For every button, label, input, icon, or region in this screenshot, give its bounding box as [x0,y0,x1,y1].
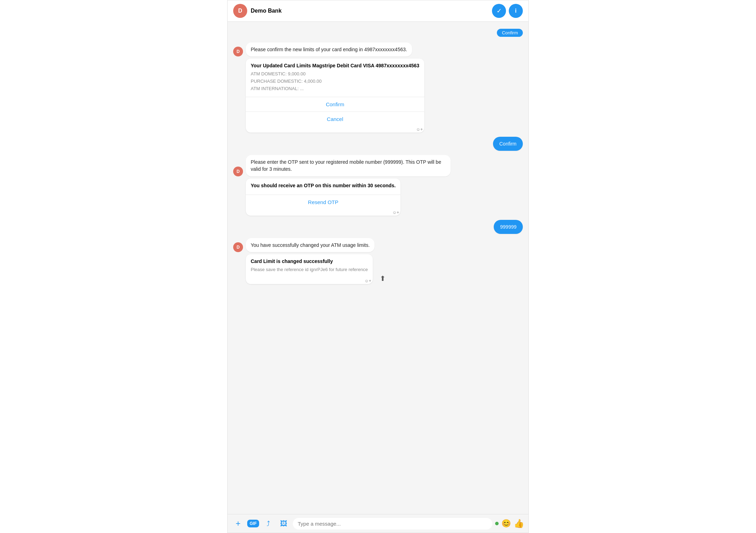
card-body-3: Card Limit is changed successfully Pleas… [246,254,373,278]
card-bubble-1: Your Updated Card Limits Magstripe Debit… [246,59,424,132]
card-detail-line-2: PURCHASE DOMESTIC: 4,000.00 [251,78,419,85]
bot-avatar-2: D [233,167,243,176]
emoji-icon: 😊 [501,519,511,528]
card-detail-1: ATM DOMESTIC: 9,000.00 PURCHASE DOMESTIC… [251,70,419,92]
header-check-button[interactable]: ✓ [492,4,506,18]
chat-area: Confirm D Please confirm the new limits … [228,22,528,514]
bot-bubble-3: You have successfully changed your ATM u… [246,238,374,252]
card-body-2: You should receive an OTP on this number… [246,178,400,195]
emoji-button[interactable]: 😊 [501,519,511,528]
plus-icon: + [236,519,241,528]
bot-message-group-2: D Please enter the OTP sent to your regi… [233,155,523,216]
forward-icon: ⤴ [266,520,270,528]
emoji-reaction-1: ☺+ [246,126,424,133]
card-title-1: Your Updated Card Limits Magstripe Debit… [251,63,419,68]
card-bubble-2: You should receive an OTP on this number… [246,178,400,216]
header: D Demo Bank ✓ i [228,0,528,22]
top-confirm-button[interactable]: Confirm [497,29,523,37]
header-avatar: D [233,4,247,18]
image-button[interactable]: 🖼 [277,517,290,530]
confirm-action-button[interactable]: Confirm [246,97,424,112]
cancel-action-button[interactable]: Cancel [246,112,424,126]
card-detail-line-1: ATM DOMESTIC: 9,000.00 [251,70,419,78]
user-message-row-2: 999999 [494,220,523,234]
bot-avatar-1: D [233,47,243,56]
card-body-1: Your Updated Card Limits Magstripe Debit… [246,59,424,96]
user-bubble-1: Confirm [493,137,523,151]
online-indicator [495,522,499,525]
header-title: Demo Bank [251,8,492,14]
thumbs-up-button[interactable]: 👍 [514,519,524,528]
plus-button[interactable]: + [232,517,244,530]
bot-avatar-3: D [233,242,243,252]
card-title-2: You should receive an OTP on this number… [251,183,396,188]
message-input[interactable] [293,518,492,529]
bot-card-row-2: You should receive an OTP on this number… [246,178,400,216]
user-message-row-1: Confirm [493,137,523,151]
resend-otp-button[interactable]: Resend OTP [246,195,400,209]
bot-message-group-3: D You have successfully changed your ATM… [233,238,523,284]
bot-card-row-1: Your Updated Card Limits Magstripe Debit… [246,59,424,132]
user-message-group-1: Confirm [233,137,523,151]
header-icons: ✓ i [492,4,523,18]
user-message-group-2: 999999 [233,220,523,234]
card-detail-3: Please save the reference id ignrPJe6 fo… [251,266,368,274]
bot-bubble-1: Please confirm the new limits of your ca… [246,42,412,56]
emoji-reaction-3: ☺+ [246,278,373,284]
top-confirm-area: Confirm [233,27,523,38]
info-icon: i [515,8,517,14]
card-title-3: Card Limit is changed successfully [251,258,368,264]
thumbs-up-icon: 👍 [514,519,524,528]
share-icon: ⬆ [380,275,386,282]
card-bubble-3: Card Limit is changed successfully Pleas… [246,254,373,284]
bot-card-row-3: Card Limit is changed successfully Pleas… [246,254,387,284]
bot-message-row-2: D Please enter the OTP sent to your regi… [233,155,451,176]
card-detail-line-3: ATM INTERNATIONAL: ... [251,85,419,93]
bot-message-group-1: D Please confirm the new limits of your … [233,42,523,133]
bot-message-row-1: D Please confirm the new limits of your … [233,42,412,56]
input-bar: + GIF ⤴ 🖼 😊 👍 [228,514,528,533]
share-button[interactable]: ⬆ [378,273,387,284]
forward-button[interactable]: ⤴ [262,517,275,530]
bot-bubble-2: Please enter the OTP sent to your regist… [246,155,451,176]
header-info-button[interactable]: i [509,4,523,18]
gif-button[interactable]: GIF [247,520,259,527]
emoji-reaction-2: ☺+ [246,209,400,216]
user-bubble-2: 999999 [494,220,523,234]
bot-message-row-3: D You have successfully changed your ATM… [233,238,374,252]
image-icon: 🖼 [280,520,287,528]
check-icon: ✓ [497,7,502,15]
